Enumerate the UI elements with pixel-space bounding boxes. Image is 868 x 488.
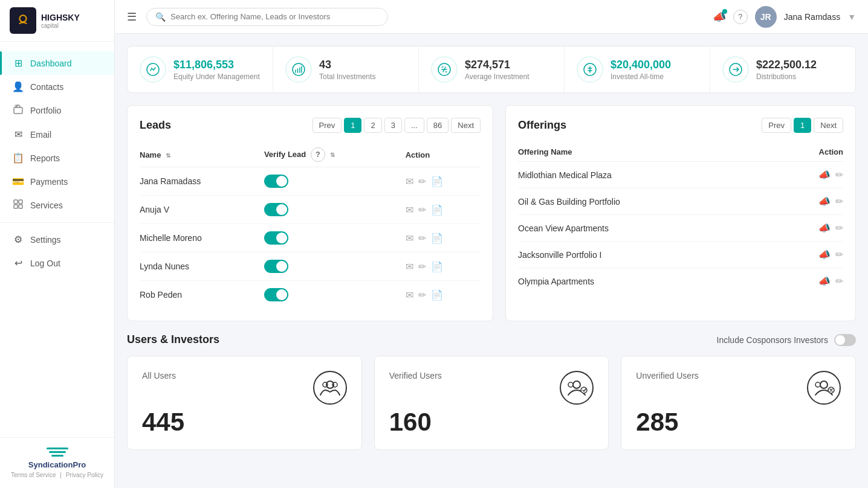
offering-edit-icon[interactable]: ✏ bbox=[835, 196, 843, 207]
user-card-icon bbox=[560, 371, 594, 405]
lead-document-icon[interactable]: 📄 bbox=[431, 176, 443, 187]
offerings-panel-header: Offerings Prev 1 Next bbox=[518, 118, 843, 133]
sidebar-item-label: Dashboard bbox=[30, 59, 72, 68]
lead-edit-icon[interactable]: ✏ bbox=[418, 289, 426, 301]
privacy-link[interactable]: Privacy Policy bbox=[66, 472, 103, 478]
lead-action-icons: ✉ ✏ 📄 bbox=[406, 233, 481, 244]
hamburger-menu[interactable]: ☰ bbox=[127, 10, 137, 24]
lead-edit-icon[interactable]: ✏ bbox=[418, 261, 426, 272]
main-wrapper: ☰ 🔍 📣 ? JR Jana Ramdass ▼ bbox=[115, 0, 868, 488]
table-row: Michelle Moreno ✉ ✏ 📄 bbox=[140, 224, 481, 252]
lead-verify-toggle[interactable] bbox=[264, 203, 288, 216]
two-col-layout: Leads Prev 1 2 3 ... 86 Next bbox=[127, 105, 856, 321]
sidebar-item-portfolio[interactable]: Portfolio bbox=[0, 98, 114, 123]
lead-edit-icon[interactable]: ✏ bbox=[418, 176, 426, 187]
search-icon: 🔍 bbox=[155, 12, 166, 22]
lead-edit-icon[interactable]: ✏ bbox=[418, 233, 426, 244]
stat-average: $274,571 Average Investment bbox=[419, 47, 565, 92]
offering-edit-icon[interactable]: ✏ bbox=[835, 275, 843, 287]
cosponsors-toggle[interactable] bbox=[834, 334, 856, 346]
offering-campaign-icon[interactable]: 📣 bbox=[818, 249, 831, 260]
lead-document-icon[interactable]: 📄 bbox=[431, 289, 443, 301]
verify-help-icon[interactable]: ? bbox=[311, 147, 325, 162]
offering-edit-icon[interactable]: ✏ bbox=[835, 222, 843, 234]
lead-document-icon[interactable]: 📄 bbox=[431, 233, 443, 244]
sidebar-item-email[interactable]: ✉ Email bbox=[0, 123, 114, 146]
email-icon: ✉ bbox=[12, 129, 24, 140]
notifications-icon[interactable]: 📣 bbox=[713, 10, 726, 24]
lead-verify-toggle[interactable] bbox=[264, 175, 288, 188]
sidebar-item-reports[interactable]: 📋 Reports bbox=[0, 146, 114, 170]
table-row: Lynda Nunes ✉ ✏ 📄 bbox=[140, 252, 481, 281]
lead-document-icon[interactable]: 📄 bbox=[431, 261, 443, 272]
leads-prev-button[interactable]: Prev bbox=[313, 118, 342, 133]
search-input[interactable] bbox=[170, 12, 379, 21]
users-cards: All Users 445 Verified Users 160 Unverif… bbox=[127, 356, 856, 450]
lead-email-icon[interactable]: ✉ bbox=[406, 261, 413, 272]
lead-verify-toggle[interactable] bbox=[264, 260, 288, 273]
lead-name-cell: Lynda Nunes bbox=[140, 252, 264, 281]
topnav: ☰ 🔍 📣 ? JR Jana Ramdass ▼ bbox=[115, 0, 868, 34]
svg-rect-6 bbox=[14, 205, 18, 208]
user-card-icon bbox=[313, 371, 347, 405]
equity-label: Equity Under Management bbox=[173, 72, 260, 81]
lead-email-icon[interactable]: ✉ bbox=[406, 176, 413, 187]
lead-name-cell: Rob Peden bbox=[140, 281, 264, 309]
users-section: Users & Investors Include Cosponsors Inv… bbox=[127, 333, 856, 450]
offerings-page-1-button[interactable]: 1 bbox=[794, 118, 811, 133]
offering-campaign-icon[interactable]: 📣 bbox=[818, 169, 831, 181]
leads-page-86-button[interactable]: 86 bbox=[427, 118, 449, 133]
offering-edit-icon[interactable]: ✏ bbox=[835, 249, 843, 260]
user-card-icon bbox=[807, 371, 841, 405]
lead-edit-icon[interactable]: ✏ bbox=[418, 204, 426, 216]
name-sort-icon[interactable]: ⇅ bbox=[166, 152, 170, 159]
sidebar-item-services[interactable]: Services bbox=[0, 193, 114, 217]
sidebar-item-label: Services bbox=[30, 201, 63, 210]
sidebar-item-label: Reports bbox=[30, 153, 60, 163]
sidebar-item-dashboard[interactable]: ⊞ Dashboard bbox=[0, 51, 114, 75]
terms-link[interactable]: Terms of Service bbox=[11, 472, 56, 478]
offering-campaign-icon[interactable]: 📣 bbox=[818, 196, 831, 207]
lead-document-icon[interactable]: 📄 bbox=[431, 204, 443, 216]
svg-rect-5 bbox=[19, 200, 22, 204]
lead-verify-toggle[interactable] bbox=[264, 288, 288, 301]
offering-name-cell: Jacksonville Portfolio I bbox=[518, 242, 780, 268]
lead-email-icon[interactable]: ✉ bbox=[406, 204, 413, 216]
offering-name-cell: Olympia Apartments bbox=[518, 268, 780, 295]
lead-email-icon[interactable]: ✉ bbox=[406, 289, 413, 301]
leads-next-button[interactable]: Next bbox=[451, 118, 481, 133]
offering-action-icons: 📣 ✏ bbox=[780, 222, 843, 234]
sidebar-item-logout[interactable]: ↩ Log Out bbox=[0, 251, 114, 275]
sidebar-item-settings[interactable]: ⚙ Settings bbox=[0, 228, 114, 251]
notification-dot bbox=[722, 9, 727, 14]
lead-verify-toggle[interactable] bbox=[264, 231, 288, 245]
logo-icon bbox=[10, 7, 36, 34]
leads-page-3-button[interactable]: 3 bbox=[384, 118, 402, 133]
users-title: Users & Investors bbox=[127, 333, 219, 346]
sidebar-navigation: ⊞ Dashboard 👤 Contacts Portfolio ✉ Email bbox=[0, 42, 114, 437]
user-card-header: All Users bbox=[142, 371, 347, 405]
offering-action-icons: 📣 ✏ bbox=[780, 196, 843, 207]
offering-edit-icon[interactable]: ✏ bbox=[835, 169, 843, 181]
lead-email-icon[interactable]: ✉ bbox=[406, 233, 413, 244]
offerings-prev-button[interactable]: Prev bbox=[762, 118, 791, 133]
leads-page-2-button[interactable]: 2 bbox=[364, 118, 381, 133]
leads-col-verify: Verify Lead ? ⇅ bbox=[264, 143, 406, 167]
sidebar-item-contacts[interactable]: 👤 Contacts bbox=[0, 75, 114, 98]
user-dropdown-icon[interactable]: ▼ bbox=[847, 12, 856, 22]
offerings-next-button[interactable]: Next bbox=[814, 118, 843, 133]
lead-action-icons: ✉ ✏ 📄 bbox=[406, 261, 481, 272]
leads-col-name: Name ⇅ bbox=[140, 143, 264, 167]
offering-name-cell: Midlothian Medical Plaza bbox=[518, 162, 780, 188]
leads-page-1-button[interactable]: 1 bbox=[344, 118, 361, 133]
verify-sort-icon[interactable]: ⇅ bbox=[330, 152, 335, 158]
stat-distributions: $222,500.12 Distributions bbox=[710, 47, 855, 92]
offerings-col-name: Offering Name bbox=[518, 143, 780, 162]
offering-action-icons: 📣 ✏ bbox=[780, 275, 843, 287]
sidebar-item-payments[interactable]: 💳 Payments bbox=[0, 170, 114, 193]
offering-campaign-icon[interactable]: 📣 bbox=[818, 275, 831, 287]
svg-point-18 bbox=[581, 387, 587, 393]
average-value: $274,571 bbox=[465, 59, 530, 71]
help-icon[interactable]: ? bbox=[733, 10, 748, 24]
offering-campaign-icon[interactable]: 📣 bbox=[818, 222, 831, 234]
